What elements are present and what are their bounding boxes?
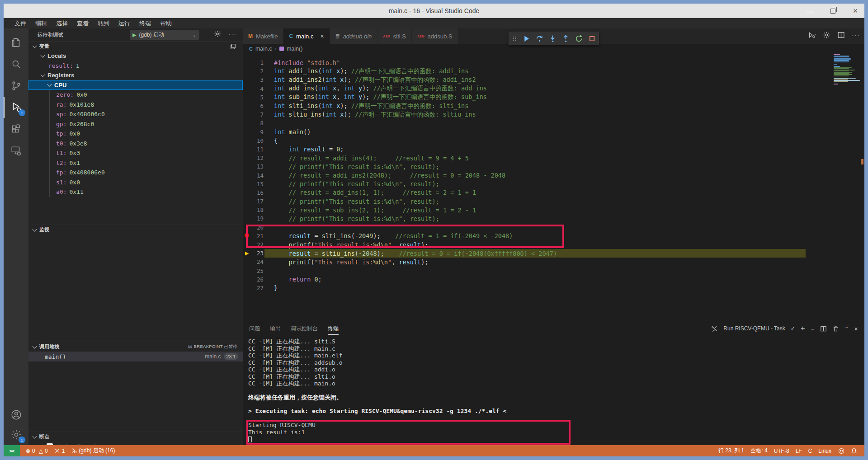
- stack-frame-main[interactable]: main() main.c 23:1: [28, 352, 243, 361]
- sidebar-item-run-and-debug[interactable]: 1: [4, 97, 28, 118]
- code-line[interactable]: 2int addi_ins(int x); //声明一下汇编语言中的函数: ad…: [243, 67, 864, 75]
- register-row[interactable]: t1:0x3: [50, 148, 243, 158]
- code-line[interactable]: 20: [243, 223, 864, 232]
- code-line[interactable]: 24 printf("This result is:%d\n", result)…: [243, 258, 864, 266]
- code-line[interactable]: 19 // printf("This result is:%d\n", resu…: [243, 214, 864, 223]
- code-line[interactable]: 13 // printf("This result is:%d\n", resu…: [243, 162, 864, 171]
- sidebar-item-extensions[interactable]: [4, 119, 28, 140]
- locals-group[interactable]: Locals: [28, 51, 243, 61]
- continue-button[interactable]: [523, 35, 530, 42]
- toolbar-grip-icon[interactable]: [512, 35, 517, 42]
- code-line[interactable]: 4int add_ins(int x, int y); //声明一下汇编语言中的…: [243, 84, 864, 93]
- variables-header[interactable]: 变量: [28, 41, 243, 51]
- more-actions-icon[interactable]: ···: [228, 30, 236, 38]
- minimap[interactable]: [834, 54, 862, 86]
- current-line-gutter[interactable]: ▶: [243, 250, 251, 256]
- register-row[interactable]: s1:0x0: [50, 178, 243, 188]
- register-row[interactable]: fp:0x408006e0: [50, 168, 243, 178]
- kill-terminal-trash-icon[interactable]: [832, 325, 839, 332]
- panel-tab-终端[interactable]: 终端: [328, 322, 339, 335]
- menu-运行[interactable]: 运行: [114, 18, 135, 28]
- gear-icon[interactable]: [823, 31, 830, 39]
- code-line[interactable]: 21 result = slti_ins(-2049); //result = …: [243, 232, 864, 240]
- feedback-smiley-icon[interactable]: [838, 448, 844, 454]
- running-tasks-status[interactable]: 1: [51, 445, 68, 456]
- register-row[interactable]: gp:0x268c0: [50, 119, 243, 129]
- code-line[interactable]: 25: [243, 267, 864, 275]
- menu-文件[interactable]: 文件: [10, 18, 31, 28]
- code-line[interactable]: 5int sub_ins(int x, int y); //声明一下汇编语言中的…: [243, 93, 864, 102]
- code-line[interactable]: 14 // result = addi_ins2(2048); //result…: [243, 171, 864, 179]
- breadcrumb[interactable]: C main.c › main(): [243, 44, 864, 54]
- terminal-output[interactable]: CC -[M] 正在构建... slti.SCC -[M] 正在构建... ma…: [248, 338, 860, 443]
- menu-选择[interactable]: 选择: [52, 18, 72, 28]
- watch-header[interactable]: 监视: [28, 225, 243, 235]
- step-out-button[interactable]: [562, 35, 570, 42]
- code-line[interactable]: 6int slti_ins(int x); //声明一下汇编语言中的函数: sl…: [243, 102, 864, 110]
- collapse-all-icon[interactable]: [230, 43, 236, 50]
- code-line[interactable]: 3int addi_ins2(int x); //声明一下汇编语言中的函数: a…: [243, 75, 864, 84]
- code-line[interactable]: 10{: [243, 136, 864, 145]
- account-button[interactable]: [4, 404, 28, 425]
- register-row[interactable]: ra:0x101e8: [50, 100, 243, 110]
- sidebar-item-search[interactable]: [4, 54, 28, 75]
- panel-tab-调试控制台[interactable]: 调试控制台: [291, 322, 318, 335]
- close-panel-icon[interactable]: ×: [854, 325, 858, 333]
- menu-转到[interactable]: 转到: [93, 18, 114, 28]
- editor-tab[interactable]: ≣addsub.bin: [330, 28, 378, 44]
- close-button[interactable]: ×: [852, 7, 859, 14]
- sidebar-item-remote-explorer[interactable]: [4, 141, 28, 161]
- code-line[interactable]: 1#include "stdio.h": [243, 58, 864, 67]
- minimize-button[interactable]: —: [807, 7, 814, 14]
- sidebar-item-explorer[interactable]: [4, 32, 28, 53]
- code-line[interactable]: 18 // result = sub_ins(2, 1); //result =…: [243, 206, 864, 214]
- code-editor[interactable]: 1#include "stdio.h"2int addi_ins(int x);…: [243, 54, 864, 322]
- editor-tab[interactable]: Cmain.c×: [283, 28, 330, 44]
- register-row[interactable]: a0:0x11: [50, 187, 243, 197]
- status-item[interactable]: LF: [793, 445, 805, 456]
- code-line[interactable]: 11 int result = 0;: [243, 145, 864, 154]
- step-into-button[interactable]: [549, 35, 557, 42]
- status-item[interactable]: 行 23, 列 1: [715, 445, 747, 456]
- restore-button[interactable]: [829, 7, 836, 14]
- stop-button[interactable]: [588, 35, 596, 42]
- remote-indicator[interactable]: ><: [4, 445, 20, 456]
- code-line[interactable]: 12 // result = addi_ins(4); //result = 9…: [243, 154, 864, 162]
- code-line[interactable]: 27}: [243, 284, 864, 292]
- settings-button[interactable]: 1: [4, 424, 28, 445]
- debug-settings-gear-icon[interactable]: [214, 30, 221, 38]
- register-row[interactable]: zero:0x0: [50, 90, 243, 100]
- status-item[interactable]: C: [805, 445, 816, 456]
- editor-tab[interactable]: ASMslti.S: [377, 28, 412, 44]
- menu-查看[interactable]: 查看: [72, 18, 93, 28]
- breadcrumb-symbol[interactable]: main(): [287, 46, 302, 52]
- register-row[interactable]: sp:0x408006c0: [50, 109, 243, 119]
- split-editor-icon[interactable]: [837, 31, 845, 39]
- new-terminal-button[interactable]: +: [801, 324, 805, 333]
- status-item[interactable]: Linux: [815, 445, 835, 456]
- local-variable-row[interactable]: result:1: [28, 61, 243, 71]
- restart-button[interactable]: [575, 35, 583, 42]
- maximize-panel-icon[interactable]: ⌃: [844, 326, 849, 332]
- run-or-debug-button[interactable]: [808, 31, 816, 39]
- breadcrumb-file[interactable]: main.c: [255, 46, 272, 52]
- register-row[interactable]: tp:0x0: [50, 129, 243, 139]
- debug-session-status[interactable]: (gdb) 启动 (16): [68, 445, 118, 456]
- register-row[interactable]: t2:0x1: [50, 158, 243, 168]
- task-label[interactable]: Run RISCV-QEMU - Task: [723, 325, 785, 332]
- breakpoint-gutter[interactable]: [243, 233, 251, 239]
- code-line[interactable]: 15 // printf("This result is:%d\n", resu…: [243, 180, 864, 188]
- register-row[interactable]: t0:0x3e8: [50, 139, 243, 149]
- status-item[interactable]: UTF-8: [771, 445, 793, 456]
- code-line[interactable]: 8: [243, 119, 864, 127]
- breakpoints-header[interactable]: 断点: [28, 432, 243, 441]
- more-actions-icon[interactable]: ···: [852, 31, 860, 39]
- editor-tab[interactable]: ASMaddsub.S: [412, 28, 458, 44]
- tab-close-icon[interactable]: ×: [320, 33, 324, 40]
- code-line[interactable]: 9int main(): [243, 128, 864, 136]
- call-stack-header[interactable]: 调用堆栈 因 BREAKPOINT 已暂停: [28, 342, 243, 352]
- launch-config-dropdown[interactable]: ▶ (gdb) 启动 ⌄: [130, 30, 199, 40]
- cpu-group[interactable]: CPU: [28, 80, 243, 90]
- code-line[interactable]: 7int sltiu_ins(int x); //声明一下汇编语言中的函数: s…: [243, 110, 864, 119]
- code-line[interactable]: 22 printf("This result is:%d\n", result)…: [243, 240, 864, 249]
